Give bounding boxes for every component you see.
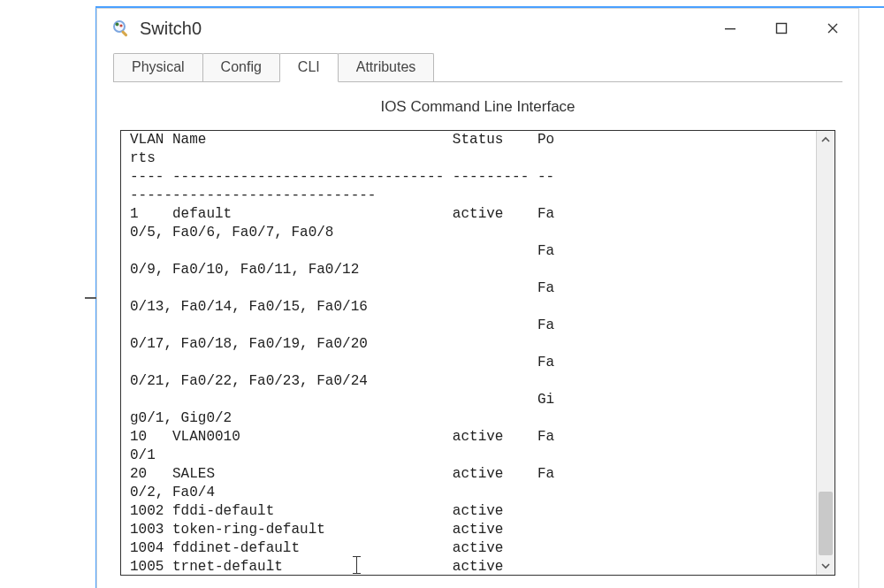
tab-label: CLI [298, 59, 320, 74]
scroll-thumb[interactable] [819, 492, 833, 555]
window-buttons [705, 9, 858, 48]
window-title: Switch0 [140, 19, 202, 39]
cli-terminal[interactable]: VLAN Name Status Po rts ---- -----------… [120, 130, 835, 576]
tab-physical[interactable]: Physical [113, 53, 203, 81]
tab-cli[interactable]: CLI [279, 53, 339, 82]
close-button[interactable] [807, 9, 858, 48]
window: Switch0 PhysicalConfigCLIAttributes IOS … [96, 8, 859, 588]
svg-point-0 [114, 21, 125, 32]
terminal-scrollbar[interactable] [816, 131, 834, 575]
minimize-button[interactable] [705, 9, 756, 48]
tab-bar: PhysicalConfigCLIAttributes [97, 48, 858, 81]
magnifier-icon [111, 19, 131, 38]
panel-subtitle: IOS Command Line Interface [120, 98, 835, 116]
svg-rect-4 [725, 28, 735, 29]
tab-label: Config [221, 59, 262, 74]
scroll-down-button[interactable] [817, 557, 834, 575]
svg-point-2 [116, 23, 119, 27]
svg-rect-1 [121, 30, 128, 37]
scroll-up-button[interactable] [817, 131, 834, 149]
svg-rect-5 [777, 24, 787, 34]
tab-label: Physical [132, 59, 185, 74]
ruler-tick [85, 297, 97, 299]
scroll-track[interactable] [817, 149, 834, 557]
tab-label: Attributes [356, 59, 416, 74]
tab-attributes[interactable]: Attributes [338, 53, 435, 81]
tab-config[interactable]: Config [202, 53, 280, 81]
title-bar: Switch0 [97, 9, 858, 48]
maximize-button[interactable] [756, 9, 807, 48]
text-caret-icon [356, 556, 357, 574]
svg-point-3 [119, 24, 122, 27]
